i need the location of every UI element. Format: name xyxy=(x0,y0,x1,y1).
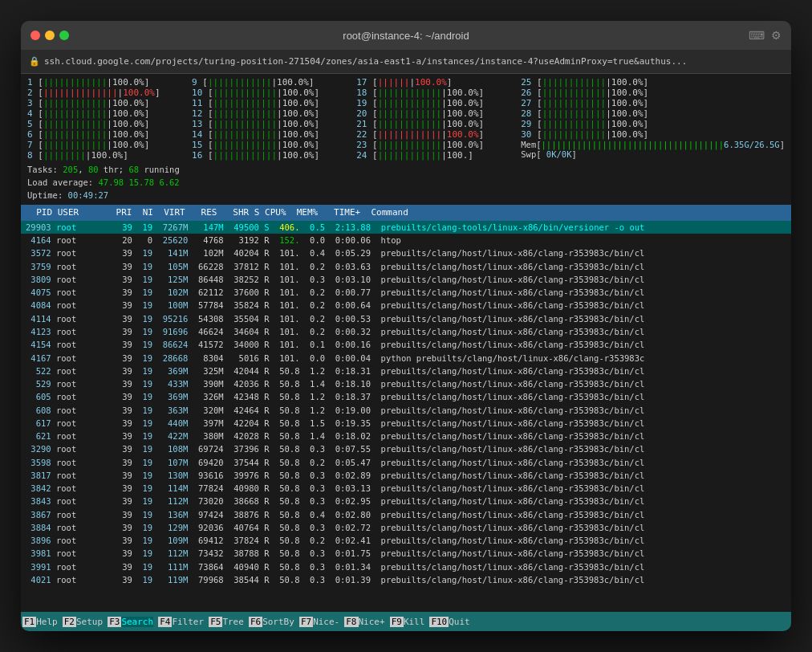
cpu-26: 26 [|||||||||||||100.0%] xyxy=(521,88,785,98)
cpu-13: 13 [|||||||||||||100.0%] xyxy=(192,119,350,129)
cpu-10: 10 [|||||||||||||100.0%] xyxy=(192,88,350,98)
load-line: Load average: 47.98 15.78 6.62 xyxy=(27,177,180,189)
stats-section: Tasks: 205, 80 thr; 68 running Load aver… xyxy=(21,162,791,205)
cpu-23: 23 [|||||||||||||100.0%] xyxy=(356,140,514,150)
maximize-button[interactable] xyxy=(59,31,69,40)
cpu-12: 12 [|||||||||||||100.0%] xyxy=(192,108,350,119)
terminal-window: root@instance-4: ~/android ⌨ ⚙ 🔒 ssh.clo… xyxy=(21,21,791,631)
settings-icon[interactable]: ⚙ xyxy=(771,29,782,42)
keyboard-icon[interactable]: ⌨ xyxy=(749,29,765,42)
cpu-21: 21 [|||||||||||||100.0%] xyxy=(356,119,514,129)
window-title: root@instance-4: ~/android xyxy=(79,30,733,42)
hotkey-search[interactable]: F3Search xyxy=(108,617,156,627)
table-row[interactable]: 3809 root 39 19 125M 86448 38252 R 101. … xyxy=(21,273,791,286)
titlebar: root@instance-4: ~/android ⌨ ⚙ xyxy=(21,21,791,50)
hotkeys-bar: F1HelpF2SetupF3SearchF4FilterF5TreeF6Sor… xyxy=(21,612,791,631)
hotkey-quit[interactable]: F10Quit xyxy=(429,617,473,627)
cpu-col-2: 9 [|||||||||||||100.0%] 10 [||||||||||||… xyxy=(192,77,350,161)
cpu-19: 19 [|||||||||||||100.0%] xyxy=(356,98,514,108)
table-row[interactable]: 3572 root 39 19 141M 102M 40204 R 101. 0… xyxy=(21,247,791,259)
cpu-7: 7 [|||||||||||||100.0%] xyxy=(27,140,185,150)
mem-line: Mem[||||||||||||||||||||||||||||||||||||… xyxy=(521,140,785,149)
terminal-content[interactable]: 1 [|||||||||||||100.0%] 2 [|||||||||||||… xyxy=(21,74,791,631)
table-row[interactable]: 3981 root 39 19 112M 73432 38788 R 50.8 … xyxy=(21,547,791,560)
table-row[interactable]: 3843 root 39 19 112M 73020 38668 R 50.8 … xyxy=(21,495,791,507)
hotkey-nice+[interactable]: F8Nice+ xyxy=(344,617,388,627)
table-row[interactable]: 3867 root 39 19 136M 97424 38876 R 50.8 … xyxy=(21,508,791,521)
cpu-14: 14 [|||||||||||||100.0%] xyxy=(192,129,350,140)
table-row[interactable]: 3842 root 39 19 114M 77824 40980 R 50.8 … xyxy=(21,482,791,495)
table-row[interactable]: 4084 root 39 19 100M 57784 35824 R 101. … xyxy=(21,299,791,312)
lock-icon: 🔒 xyxy=(29,56,40,67)
table-row[interactable]: 4154 root 39 19 86624 41572 34000 R 101.… xyxy=(21,338,791,351)
table-row[interactable]: 4075 root 39 19 102M 62112 37600 R 101. … xyxy=(21,286,791,299)
hotkey-help[interactable]: F1Help xyxy=(22,617,61,627)
table-row[interactable]: 522 root 39 19 369M 325M 42044 R 50.8 1.… xyxy=(21,365,791,377)
tasks-line: Tasks: 205, 80 thr; 68 running xyxy=(27,164,180,177)
table-row[interactable]: 4164 root 20 0 25620 4768 3192 R 152. 0.… xyxy=(21,234,791,247)
table-row[interactable]: 617 root 39 19 440M 397M 42204 R 50.8 1.… xyxy=(21,417,791,430)
hotkey-filter[interactable]: F4Filter xyxy=(158,617,207,627)
addressbar: 🔒 ssh.cloud.google.com/projects/turing-p… xyxy=(21,50,791,74)
swp-line: Swp[ 0K/0K] xyxy=(521,149,785,159)
cpu-20: 20 [|||||||||||||100.0%] xyxy=(356,108,514,119)
table-row[interactable]: 3290 root 39 19 108M 69724 37396 R 50.8 … xyxy=(21,442,791,455)
cpu-17: 17 [|||||||100.0%] xyxy=(356,77,514,88)
hotkey-nice-[interactable]: F7Nice- xyxy=(299,617,343,627)
cpu-4: 4 [|||||||||||||100.0%] xyxy=(27,108,185,119)
cpu-22: 22 [|||||||||||||100.0%] xyxy=(356,129,514,140)
cpu-col-4: 25 [|||||||||||||100.0%] 26 [|||||||||||… xyxy=(521,77,785,161)
cpu-24: 24 [|||||||||||||100.] xyxy=(356,150,514,161)
uptime-line: Uptime: 00:49:27 xyxy=(27,189,180,202)
table-row[interactable]: 3896 root 39 19 109M 69412 37824 R 50.8 … xyxy=(21,534,791,547)
table-row[interactable]: 3759 root 39 19 105M 66228 37812 R 101. … xyxy=(21,260,791,273)
table-row[interactable]: 3817 root 39 19 130M 93616 39976 R 50.8 … xyxy=(21,469,791,482)
cpu-6: 6 [|||||||||||||100.0%] xyxy=(27,129,185,140)
table-body[interactable]: 29903 root 39 19 7267M 147M 49500 S 406.… xyxy=(21,221,791,612)
table-row[interactable]: 29903 root 39 19 7267M 147M 49500 S 406.… xyxy=(21,221,791,234)
cpu-29: 29 [|||||||||||||100.0%] xyxy=(521,119,785,129)
hotkey-tree[interactable]: F5Tree xyxy=(209,617,247,627)
hotkey-sortby[interactable]: F6SortBy xyxy=(249,617,298,627)
process-table: PID USER PRI NI VIRT RES SHR S CPU% MEM%… xyxy=(21,205,791,612)
hotkey-kill[interactable]: F9Kill xyxy=(390,617,428,627)
cpu-15: 15 [|||||||||||||100.0%] xyxy=(192,140,350,150)
cpu-18: 18 [|||||||||||||100.0%] xyxy=(356,88,514,98)
cpu-8: 8 [|||||||||100.0%] xyxy=(27,150,185,161)
minimize-button[interactable] xyxy=(45,31,55,40)
table-header: PID USER PRI NI VIRT RES SHR S CPU% MEM%… xyxy=(21,205,791,221)
table-row[interactable]: 3598 root 39 19 107M 69420 37544 R 50.8 … xyxy=(21,456,791,469)
table-row[interactable]: 605 root 39 19 369M 326M 42348 R 50.8 1.… xyxy=(21,390,791,403)
table-row[interactable]: 4114 root 39 19 95216 54308 35504 R 101.… xyxy=(21,312,791,325)
cpu-2: 2 [|||||||||||||||100.0%] xyxy=(27,88,185,98)
cpu-3: 3 [|||||||||||||100.0%] xyxy=(27,98,185,108)
table-row[interactable]: 608 root 39 19 363M 320M 42464 R 50.8 1.… xyxy=(21,404,791,417)
address-text: ssh.cloud.google.com/projects/turing-pos… xyxy=(44,56,687,67)
cpu-25: 25 [|||||||||||||100.0%] xyxy=(521,77,785,88)
cpu-30: 30 [|||||||||||||100.0%] xyxy=(521,129,785,140)
hotkey-setup[interactable]: F2Setup xyxy=(63,617,106,627)
table-row[interactable]: 3884 root 39 19 129M 92036 40764 R 50.8 … xyxy=(21,521,791,534)
table-row[interactable]: 4123 root 39 19 91696 46624 34604 R 101.… xyxy=(21,325,791,338)
cpu-16: 16 [|||||||||||||100.0%] xyxy=(192,150,350,161)
table-row[interactable]: 621 root 39 19 422M 380M 42028 R 50.8 1.… xyxy=(21,430,791,442)
table-row[interactable]: 4167 root 39 19 28668 8304 5016 R 101. 0… xyxy=(21,352,791,365)
cpu-5: 5 [|||||||||||||100.0%] xyxy=(27,119,185,129)
cpu-28: 28 [|||||||||||||100.0%] xyxy=(521,108,785,119)
cpu-1: 1 [|||||||||||||100.0%] xyxy=(27,77,185,88)
close-button[interactable] xyxy=(30,31,40,40)
traffic-lights xyxy=(30,31,69,40)
cpu-9: 9 [|||||||||||||100.0%] xyxy=(192,77,350,88)
cpu-27: 27 [|||||||||||||100.0%] xyxy=(521,98,785,108)
table-row[interactable]: 529 root 39 19 433M 390M 42036 R 50.8 1.… xyxy=(21,377,791,390)
cpu-section: 1 [|||||||||||||100.0%] 2 [|||||||||||||… xyxy=(21,74,791,162)
cpu-col-1: 1 [|||||||||||||100.0%] 2 [|||||||||||||… xyxy=(27,77,185,161)
table-row[interactable]: 3991 root 39 19 111M 73864 40940 R 50.8 … xyxy=(21,560,791,573)
cpu-col-3: 17 [|||||||100.0%] 18 [|||||||||||||100.… xyxy=(356,77,514,161)
cpu-11: 11 [|||||||||||||100.0%] xyxy=(192,98,350,108)
table-row[interactable]: 4021 root 39 19 119M 79968 38544 R 50.8 … xyxy=(21,573,791,586)
